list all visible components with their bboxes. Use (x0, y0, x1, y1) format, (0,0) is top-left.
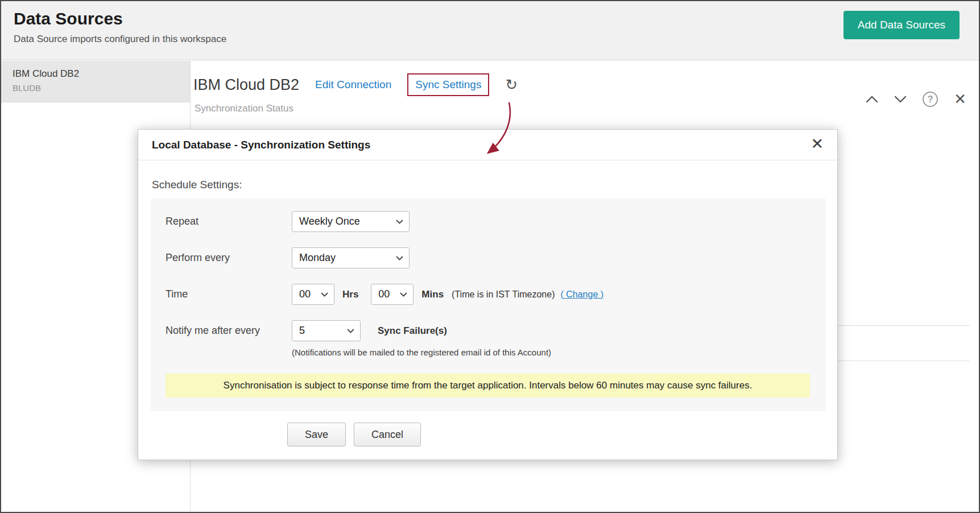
sync-failures-suffix: Sync Failure(s) (378, 325, 447, 337)
sidebar-item-ibm-cloud-db2[interactable]: IBM Cloud DB2 BLUDB (1, 61, 190, 102)
background-divider (820, 361, 970, 361)
sync-failures-select[interactable]: 5 (292, 320, 361, 341)
page-header: Data Sources Data Source imports configu… (1, 1, 979, 60)
schedule-settings-panel: Repeat Weekly Once Perform every Monday … (151, 198, 826, 411)
cancel-button[interactable]: Cancel (354, 423, 421, 446)
modal-title: Local Database - Synchronization Setting… (152, 130, 370, 160)
perform-every-label: Perform every (166, 252, 292, 264)
datasource-title: IBM Cloud DB2 (193, 76, 299, 94)
close-panel-icon[interactable]: ✕ (954, 92, 966, 106)
sync-failures-select-value: 5 (299, 325, 305, 337)
repeat-select-value: Weekly Once (299, 216, 360, 227)
add-data-sources-button[interactable]: Add Data Sources (843, 11, 960, 39)
datasource-header-row: IBM Cloud DB2 Edit Connection Sync Setti… (193, 73, 518, 96)
perform-every-row: Perform every Monday (166, 247, 811, 268)
notify-row: Notify me after every 5 Sync Failure(s) (166, 320, 811, 341)
perform-every-select[interactable]: Monday (292, 247, 410, 268)
sync-settings-highlight-box: Sync Settings (407, 73, 489, 96)
modal-close-icon[interactable]: ✕ (811, 136, 824, 152)
datasource-database: BLUDB (13, 83, 179, 93)
minutes-select-value: 00 (378, 288, 390, 300)
sync-status-label: Synchronization Status (195, 103, 293, 114)
repeat-row: Repeat Weekly Once (166, 211, 811, 232)
time-row: Time 00 Hrs 00 Mins (Time is in IST Time… (166, 284, 811, 305)
change-timezone-link[interactable]: ( Change ) (560, 289, 603, 300)
refresh-icon[interactable]: ↻ (505, 77, 518, 92)
edit-connection-link[interactable]: Edit Connection (315, 78, 391, 91)
chevron-down-icon (396, 220, 403, 224)
help-icon[interactable]: ? (923, 92, 938, 107)
save-button[interactable]: Save (287, 423, 346, 446)
hours-select-value: 00 (299, 288, 311, 300)
panel-controls: ? ✕ (866, 90, 966, 107)
time-label: Time (166, 288, 292, 300)
minutes-select[interactable]: 00 (371, 284, 413, 305)
chevron-up-icon[interactable] (866, 96, 878, 103)
chevron-down-icon (321, 292, 328, 297)
sync-settings-link[interactable]: Sync Settings (415, 78, 481, 90)
timezone-note: (Time is in IST Timezone) (452, 289, 555, 300)
repeat-select[interactable]: Weekly Once (292, 211, 410, 232)
sync-warning-banner: Synchronisation is subject to response t… (166, 374, 810, 398)
datasource-name: IBM Cloud DB2 (13, 68, 179, 80)
sync-settings-modal: Local Database - Synchronization Setting… (138, 129, 838, 460)
chevron-down-icon[interactable] (894, 96, 907, 103)
background-divider (820, 325, 970, 326)
chevron-down-icon (400, 292, 407, 297)
repeat-label: Repeat (166, 216, 292, 227)
modal-buttons: Save Cancel (287, 423, 421, 446)
notify-label: Notify me after every (166, 325, 292, 337)
schedule-settings-label: Schedule Settings: (152, 179, 242, 191)
chevron-down-icon (396, 256, 403, 260)
chevron-down-icon (347, 329, 354, 333)
page-subtitle: Data Source imports configured in this w… (14, 34, 226, 45)
minutes-unit-label: Mins (421, 289, 444, 300)
perform-every-select-value: Monday (299, 252, 336, 264)
hours-select[interactable]: 00 (292, 284, 334, 305)
hours-unit-label: Hrs (342, 289, 358, 300)
modal-header: Local Database - Synchronization Setting… (138, 130, 837, 160)
page-title: Data Sources (14, 9, 123, 28)
notification-note: (Notifications will be mailed to the reg… (292, 347, 551, 357)
